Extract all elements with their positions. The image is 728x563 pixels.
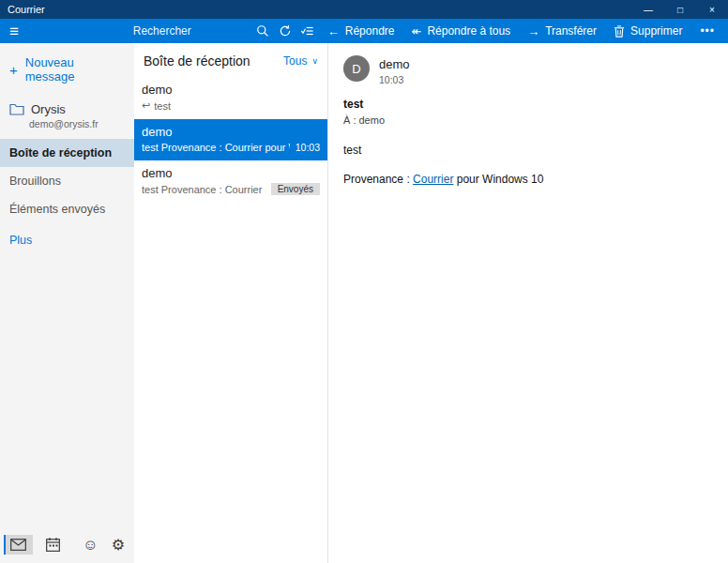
forward-label: Transférer: [545, 24, 597, 38]
new-message-button[interactable]: + Nouveau message: [0, 43, 134, 98]
bottom-nav-left: [4, 535, 60, 555]
message-line2: test Provenance : Courrier pour V Envoyé…: [142, 183, 320, 195]
calendar-icon: [46, 538, 60, 552]
toolbar: ≡ ← Répondre ↞ Répondre à tous: [0, 19, 728, 43]
minimize-button[interactable]: —: [632, 0, 664, 19]
message-row-selected[interactable]: demo test Provenance : Courrier pour Win…: [134, 119, 327, 160]
sync-icon[interactable]: [274, 24, 296, 38]
bottom-nav-right: ☺ ⚙: [83, 538, 125, 553]
reply-button[interactable]: ← Répondre: [319, 19, 403, 43]
bottom-nav: ☺ ⚙: [0, 531, 134, 563]
more-folders-label: Plus: [9, 234, 32, 247]
settings-nav-button[interactable]: ⚙: [112, 538, 125, 553]
trash-icon: [614, 25, 625, 38]
more-actions-button[interactable]: •••: [690, 19, 724, 43]
message-preview: test: [154, 100, 320, 112]
message-sender: demo: [142, 83, 320, 97]
close-button[interactable]: ×: [696, 0, 728, 19]
message-list-header: Boîte de réception Tous ∨: [134, 43, 327, 77]
gear-icon: ⚙: [112, 538, 125, 553]
message-body: test: [343, 144, 713, 157]
calendar-nav-button[interactable]: [46, 538, 60, 552]
drafts-label: Brouillons: [9, 175, 61, 188]
signature-suffix: pour Windows 10: [453, 173, 543, 186]
avatar: D: [343, 55, 370, 82]
sidebar-item-inbox[interactable]: Boîte de réception: [0, 139, 134, 167]
replied-arrow-icon: ↩: [142, 99, 150, 112]
message-sender: demo: [142, 125, 320, 139]
account-email: demo@orysis.fr: [0, 118, 134, 139]
sidebar-more-folders[interactable]: Plus: [0, 223, 134, 257]
search-icon[interactable]: [251, 24, 274, 38]
recipient-line: À : demo: [343, 114, 713, 126]
sidebar-item-drafts[interactable]: Brouillons: [0, 167, 134, 195]
filter-label: Tous: [283, 54, 307, 68]
message-list-title: Boîte de réception: [144, 53, 250, 68]
maximize-icon: □: [677, 5, 683, 15]
new-message-label: Nouveau message: [25, 55, 125, 84]
delete-button[interactable]: Supprimer: [605, 19, 690, 43]
reading-time: 10:03: [379, 74, 410, 85]
main-area: + Nouveau message Orysis demo@orysis.fr …: [0, 43, 728, 563]
more-icon: •••: [700, 24, 715, 38]
sidebar-item-sent[interactable]: Éléments envoyés: [0, 195, 134, 223]
reading-header: D demo 10:03: [343, 55, 713, 85]
forward-button[interactable]: → Transférer: [519, 19, 605, 43]
message-line2: ↩ test: [142, 99, 320, 112]
smiley-icon: ☺: [83, 538, 98, 553]
feedback-nav-button[interactable]: ☺: [83, 538, 98, 553]
message-preview: test Provenance : Courrier pour Windo: [142, 142, 290, 153]
message-subject: test: [343, 98, 713, 111]
sent-label: Éléments envoyés: [9, 203, 105, 216]
delete-label: Supprimer: [630, 24, 682, 38]
toolbar-left: ≡: [0, 19, 125, 43]
folder-icon: [9, 103, 24, 115]
message-time: 10:03: [296, 142, 320, 153]
hamburger-menu-icon[interactable]: ≡: [0, 23, 19, 39]
chevron-down-icon: ∨: [311, 56, 318, 66]
search-bar: [125, 19, 319, 43]
reply-all-icon: ↞: [411, 25, 421, 38]
account-name: Orysis: [31, 102, 66, 116]
filter-dropdown[interactable]: Tous ∨: [283, 54, 318, 68]
message-list-pane: Boîte de réception Tous ∨ demo ↩ test de…: [134, 43, 328, 563]
window-title: Courrier: [0, 4, 632, 15]
reading-pane: D demo 10:03 test À : demo test Provenan…: [328, 43, 728, 563]
selection-mode-icon[interactable]: [296, 24, 319, 38]
mail-icon: [10, 539, 26, 551]
inbox-label: Boîte de réception: [9, 146, 112, 160]
reply-icon: ←: [327, 25, 340, 38]
forward-icon: →: [527, 25, 539, 38]
reading-sender: demo: [379, 55, 410, 71]
courrier-link[interactable]: Courrier: [413, 173, 453, 186]
message-row[interactable]: demo ↩ test: [134, 77, 327, 119]
close-icon: ×: [709, 5, 715, 15]
message-line2: test Provenance : Courrier pour Windo 10…: [142, 142, 320, 153]
reply-all-label: Répondre à tous: [427, 24, 510, 38]
reply-label: Répondre: [345, 24, 395, 38]
minimize-icon: —: [644, 5, 653, 15]
sidebar: + Nouveau message Orysis demo@orysis.fr …: [0, 43, 134, 563]
search-input[interactable]: [125, 24, 251, 38]
message-row[interactable]: demo test Provenance : Courrier pour V E…: [134, 160, 327, 203]
reply-all-button[interactable]: ↞ Répondre à tous: [402, 19, 519, 43]
account-row[interactable]: Orysis: [0, 98, 134, 118]
signature-prefix: Provenance :: [343, 173, 413, 186]
sent-badge: Envoyés: [271, 183, 320, 195]
titlebar: Courrier — □ ×: [0, 0, 728, 19]
mail-nav-button[interactable]: [4, 535, 33, 555]
mail-app: Courrier — □ × ≡ ← Répondre: [0, 0, 728, 563]
sender-block: demo 10:03: [379, 55, 410, 85]
toolbar-actions: ← Répondre ↞ Répondre à tous → Transfére…: [319, 19, 728, 43]
message-preview: test Provenance : Courrier pour V: [142, 184, 265, 195]
maximize-button[interactable]: □: [664, 0, 696, 19]
message-sender: demo: [142, 166, 320, 180]
signature-line: Provenance : Courrier pour Windows 10: [343, 173, 713, 186]
plus-icon: +: [9, 63, 18, 77]
